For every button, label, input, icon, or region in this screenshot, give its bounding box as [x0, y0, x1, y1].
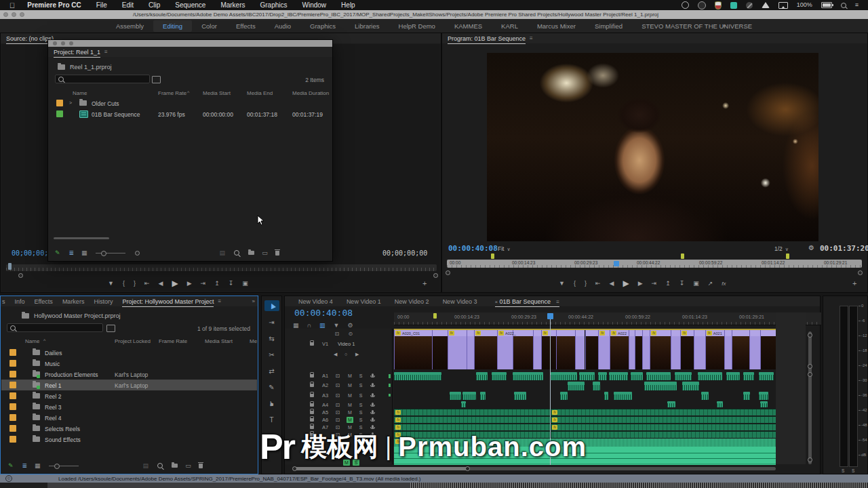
sequence-marker-icon[interactable] — [491, 253, 494, 259]
new-bin-icon[interactable] — [172, 464, 178, 468]
audio-clip[interactable] — [480, 392, 486, 400]
list-icon[interactable]: ≡ — [855, 2, 859, 8]
audio-clip[interactable] — [560, 392, 568, 400]
new-item-icon[interactable]: ▭ — [262, 249, 268, 256]
table-row[interactable]: >Older Cuts — [48, 98, 332, 108]
clear-trash-icon[interactable] — [275, 251, 279, 256]
workspace-tab-libraries[interactable]: Libraries — [345, 20, 389, 32]
column-header[interactable]: Frame Rate — [159, 338, 187, 344]
new-search-bin-icon[interactable] — [152, 76, 161, 83]
freeform-handle[interactable] — [135, 251, 140, 256]
linked-selection-icon[interactable]: ▥ — [319, 322, 326, 329]
audio-clip[interactable] — [450, 392, 461, 400]
sequence-tab-new-video-4[interactable]: New Video 4 — [298, 298, 333, 305]
video-clip[interactable] — [533, 330, 540, 369]
sync-lock-icon[interactable]: ⊡ — [336, 392, 340, 399]
video-clip[interactable] — [575, 330, 585, 369]
workspace-overflow-icon[interactable]: » — [722, 22, 726, 29]
audio-clip[interactable] — [682, 382, 699, 390]
workspace-tab-marcus-mixer[interactable]: Marcus Mixer — [528, 20, 585, 32]
minimize-window-icon[interactable] — [12, 12, 16, 17]
column-header[interactable]: Me — [250, 338, 257, 344]
audio-clip[interactable] — [462, 392, 476, 400]
table-row[interactable]: 01B Bar Sequence23.976 fps00:00:00:0000:… — [48, 108, 332, 119]
audio-track-header[interactable]: A4⊡MS — [285, 401, 392, 409]
solo-button[interactable]: S — [357, 417, 364, 423]
video-clip[interactable] — [732, 330, 749, 369]
add-marker-icon[interactable]: ▼ — [334, 322, 340, 329]
solo-button[interactable]: S — [357, 409, 364, 415]
sequence-marker-icon[interactable] — [786, 253, 789, 259]
tab-history[interactable]: History — [94, 298, 113, 305]
workspace-tab-simplified[interactable]: Simplified — [585, 20, 632, 32]
solo-button[interactable]: S — [357, 373, 364, 379]
screenshare-icon[interactable] — [730, 2, 737, 9]
audio-clip[interactable] — [514, 392, 526, 400]
mute-button[interactable]: M — [347, 373, 353, 379]
solo-button[interactable]: S — [357, 392, 364, 399]
new-search-bin-icon[interactable] — [106, 325, 115, 332]
apple-menu-icon[interactable]:  — [9, 1, 15, 9]
clip-label-chip[interactable] — [9, 436, 16, 443]
project-writable-icon[interactable]: ✎ — [55, 249, 60, 256]
add-marker-icon[interactable]: ▼ — [559, 280, 565, 287]
sequence-marker-icon[interactable] — [681, 253, 684, 259]
video-clip[interactable]: fx — [448, 330, 467, 369]
voiceover-mic-icon[interactable] — [372, 373, 374, 377]
tab-source[interactable]: Source: (no clips) — [6, 35, 54, 42]
audio-clip[interactable] — [394, 372, 441, 380]
video-clip[interactable] — [513, 330, 534, 369]
video-clip[interactable] — [585, 330, 599, 369]
hscroll-handle-right[interactable] — [465, 466, 470, 471]
clip-label-chip[interactable] — [9, 403, 16, 410]
track-select-forward-tool[interactable]: ⇥ — [264, 317, 279, 327]
audio-track-header[interactable]: A5⊡MS — [285, 409, 392, 416]
workspace-tab-helpr-demo[interactable]: HelpR Demo — [389, 20, 445, 32]
track-height-handle[interactable] — [808, 458, 812, 462]
solo-button[interactable]: S — [357, 382, 364, 388]
tab-overflow-icon[interactable]: » — [252, 298, 255, 304]
creative-cloud-icon[interactable] — [698, 1, 706, 9]
sequence-tab-01b-bar-sequence[interactable]: × 01B Bar Sequence ≡ — [495, 298, 559, 305]
tab-project-reel[interactable]: Project: Reel 1_1 — [54, 49, 100, 56]
bin-row[interactable]: Selects Reels — [1, 423, 257, 434]
panel-menu-icon[interactable]: ≡ — [104, 49, 108, 55]
add-marker-icon[interactable]: ▼ — [108, 280, 114, 287]
tab-program[interactable]: Program: 01B Bar Sequence — [448, 35, 526, 42]
video-clip[interactable]: fxA021 — [705, 330, 724, 369]
go-to-in-icon[interactable]: ⇤ — [144, 280, 150, 287]
menu-item-help[interactable]: Help — [341, 1, 355, 9]
sequence-tab-new-video-1[interactable]: New Video 1 — [347, 298, 381, 305]
workspace-tab-color[interactable]: Color — [192, 20, 226, 32]
play-icon[interactable]: ▶ — [623, 279, 629, 288]
solo-button[interactable]: S — [357, 402, 364, 408]
solo-left-button[interactable]: S — [842, 468, 844, 473]
voiceover-mic-icon[interactable] — [372, 418, 374, 421]
mute-button[interactable]: M — [347, 382, 353, 388]
expand-chevron[interactable]: > — [69, 100, 72, 105]
audio-clip[interactable] — [593, 382, 600, 390]
sync-lock-icon[interactable]: ⊡ — [336, 402, 340, 408]
track-lock-icon[interactable] — [310, 374, 314, 378]
video-clip[interactable]: fx — [680, 330, 694, 369]
hand-tool[interactable]: ☛ — [264, 398, 279, 409]
video-clip[interactable] — [749, 330, 761, 369]
project-breadcrumb[interactable]: Hollywood Master Project.prproj — [22, 312, 121, 319]
voiceover-mic-icon[interactable] — [372, 403, 374, 406]
video-clip[interactable]: fx — [598, 330, 610, 369]
voiceover-mic-icon[interactable] — [372, 410, 374, 413]
keyframe-nav-row[interactable]: ◀○▶ — [285, 352, 392, 360]
mute-button[interactable]: M — [347, 409, 353, 415]
overwrite-icon[interactable]: ↧ — [229, 280, 234, 287]
hscroll-handle-left[interactable] — [292, 466, 297, 471]
video-clip[interactable] — [724, 330, 732, 369]
video-clip[interactable] — [671, 330, 680, 369]
mark-out-icon[interactable]: } — [134, 280, 136, 287]
lift-icon[interactable]: ↥ — [665, 280, 671, 287]
tab-markers[interactable]: Markers — [62, 298, 85, 305]
sync-lock-icon[interactable]: ⊡ — [336, 409, 340, 415]
column-header[interactable]: Project Locked — [115, 338, 151, 344]
video-clip[interactable] — [760, 330, 776, 369]
wifi-icon[interactable] — [762, 2, 770, 8]
video-clip[interactable]: fxA020_C01 — [394, 330, 432, 369]
